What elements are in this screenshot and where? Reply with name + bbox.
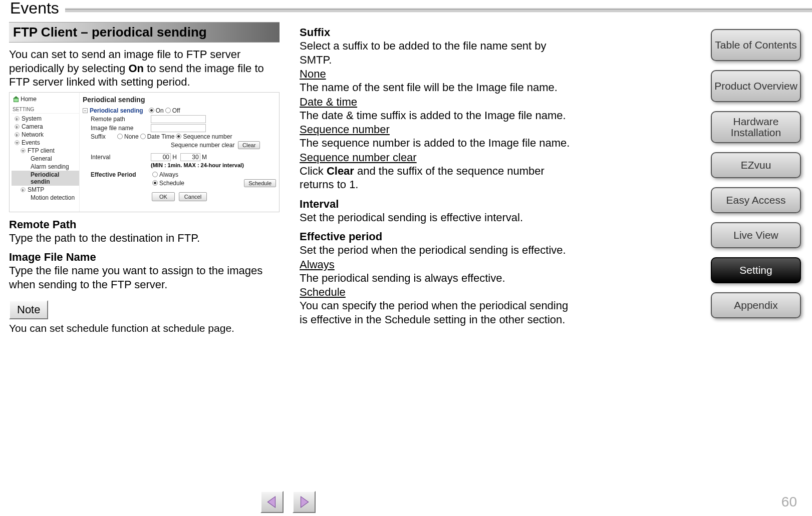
date-sub: Date & time	[300, 96, 575, 109]
ss-item-network: Network	[12, 131, 79, 139]
ss-row-buttons: OK Cancel	[83, 192, 276, 202]
radio-always	[152, 172, 158, 177]
intro-bold: On	[128, 62, 144, 75]
nav-toc-button[interactable]: Table of Contents	[711, 29, 801, 61]
ss-schedule-button: Schedule	[244, 179, 276, 187]
nav-sidebar: Table of Contents Product Overview Hardw…	[711, 29, 801, 318]
nav-easy-button[interactable]: Easy Access	[711, 187, 801, 213]
ss-image-label: Image file name	[91, 125, 151, 132]
ss-suffix-none: None	[124, 133, 139, 140]
ss-image-input	[151, 124, 206, 132]
ss-interval-h-input: 00	[151, 153, 171, 161]
image-file-text: Type the file name you want to assign to…	[9, 264, 280, 291]
chevron-right-icon	[15, 124, 20, 129]
radio-schedule	[152, 180, 158, 186]
ss-item-ftp: FTP client	[12, 147, 79, 155]
nav-live-button[interactable]: Live View	[711, 222, 801, 248]
ss-always-label: Always	[159, 171, 178, 178]
remote-path-heading: Remote Path	[9, 218, 280, 231]
next-page-button[interactable]	[293, 491, 316, 513]
nav-ezvuu-label: EZvuu	[741, 160, 771, 171]
seqc-pre: Click	[300, 165, 327, 177]
seqclear-sub: Sequence number clear	[300, 151, 575, 164]
settings-screenshot: Home SETTING System Camera Network Event…	[9, 92, 280, 212]
suffix-text: Select a suffix to be added to the file …	[300, 39, 575, 67]
ss-ok-button: OK	[152, 192, 175, 201]
image-file-heading: Image File Name	[9, 251, 280, 264]
ss-home-label: Home	[21, 96, 37, 103]
radio-on	[149, 108, 154, 113]
nav-appendix-label: Appendix	[734, 300, 778, 311]
always-sub: Always	[300, 258, 575, 271]
ss-row-image: Image file name	[83, 124, 276, 133]
ss-ftp-alarm: Alarm sending	[12, 163, 79, 171]
effective-text: Set the period when the periodical sendi…	[300, 243, 575, 257]
ss-row-sending: − Periodical sending On Off	[83, 107, 276, 115]
nav-setting-label: Setting	[739, 265, 772, 276]
note-text: You can set schedule function at schedul…	[9, 322, 280, 334]
ss-interval-hint: (MIN : 1min. MAX : 24-hour interval)	[151, 162, 244, 168]
ss-clear-button: Clear	[238, 141, 260, 149]
section-title: FTP Client – periodical sending	[9, 22, 280, 43]
arrow-right-icon	[298, 495, 311, 508]
nav-easy-label: Easy Access	[726, 195, 785, 206]
effective-heading: Effective period	[300, 230, 575, 243]
nav-product-label: Product Overview	[714, 81, 797, 92]
nav-product-button[interactable]: Product Overview	[711, 70, 801, 102]
nav-ezvuu-button[interactable]: EZvuu	[711, 152, 801, 178]
date-text: The date & time suffix is added to the I…	[300, 109, 575, 123]
ss-eff-label: Effective Period	[91, 171, 151, 178]
ss-item-camera: Camera	[12, 123, 79, 131]
left-column: FTP Client – periodical sending You can …	[9, 22, 280, 334]
ss-row-remote: Remote path	[83, 115, 276, 124]
ss-ftp-general: General	[12, 155, 79, 163]
page-number: 60	[781, 494, 797, 510]
ss-seqclear-label: Sequence number clear	[171, 142, 234, 149]
chevron-down-icon	[15, 140, 20, 145]
ss-row-seqclear: Sequence number clear Clear	[83, 141, 276, 150]
ss-on-label: On	[156, 107, 164, 114]
nav-appendix-button[interactable]: Appendix	[711, 292, 801, 318]
intro-text: You can set to send an image file to FTP…	[9, 43, 280, 92]
screenshot-main: Periodical sending − Periodical sending …	[80, 93, 279, 212]
ss-ftp-label: FTP client	[28, 147, 55, 154]
ss-camera-label: Camera	[22, 123, 43, 130]
schedule-sub: Schedule	[300, 286, 575, 299]
ss-row-interval: Interval 00 H 30 M	[83, 153, 276, 162]
nav-hardware-label: Hardware Installation	[714, 116, 798, 138]
ss-m-label: M	[202, 154, 207, 161]
ss-events-label: Events	[22, 139, 40, 146]
none-text: The name of the sent file will be the Im…	[300, 81, 575, 95]
header-divider	[65, 8, 812, 12]
screenshot-sidebar: Home SETTING System Camera Network Event…	[10, 93, 80, 212]
ss-interval-m-input: 30	[180, 153, 200, 161]
bottom-nav	[260, 491, 316, 513]
ss-row-eff: Effective Period Always	[83, 171, 276, 179]
prev-page-button[interactable]	[260, 491, 284, 513]
seqclear-text: Click Clear and the suffix of the sequen…	[300, 164, 575, 192]
nav-live-label: Live View	[733, 230, 778, 241]
chevron-down-icon	[21, 148, 26, 153]
ss-cancel-button: Cancel	[179, 192, 207, 201]
ss-suffix-label: Suffix	[91, 133, 116, 140]
ss-schedule-label: Schedule	[159, 180, 184, 187]
interval-heading: Interval	[300, 198, 575, 211]
ss-item-events: Events	[12, 139, 79, 147]
ss-smtp-motion: Motion detection	[12, 194, 79, 202]
seq-text: The sequence number is added to the Imag…	[300, 136, 575, 150]
nav-toc-label: Table of Contents	[715, 40, 796, 51]
always-text: The periodical sending is always effecti…	[300, 271, 575, 285]
ss-setting-label: SETTING	[12, 104, 79, 114]
arrow-left-icon	[265, 495, 279, 508]
radio-seq	[176, 134, 181, 139]
right-column: Suffix Select a suffix to be added to th…	[300, 22, 575, 334]
seqc-bold: Clear	[327, 165, 354, 177]
nav-setting-button[interactable]: Setting	[711, 257, 801, 283]
nav-hardware-button[interactable]: Hardware Installation	[711, 111, 801, 143]
ss-smtp-label: SMTP	[28, 186, 44, 193]
ss-row-suffix: Suffix None Date Time Sequence number	[83, 133, 276, 141]
none-sub: None	[300, 68, 575, 81]
ss-remote-label: Remote path	[91, 116, 151, 123]
radio-date	[140, 134, 146, 139]
ss-system-label: System	[22, 115, 42, 122]
